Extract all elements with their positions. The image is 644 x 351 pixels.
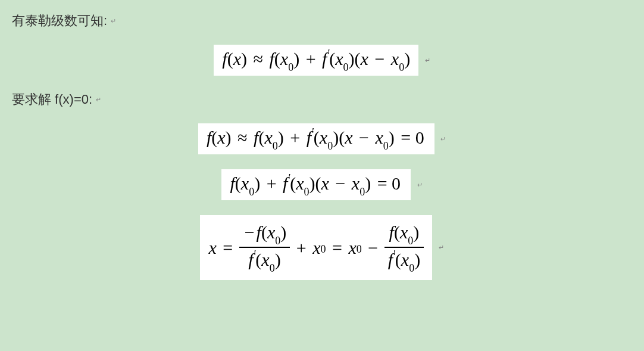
eq4-x0d: x <box>348 238 356 257</box>
eq4-eq2: = <box>330 238 344 257</box>
para-mark-icon-eq2: ↵ <box>440 135 446 143</box>
eq2-sub1: 0 <box>273 140 278 152</box>
eq1-sub3: 0 <box>399 61 404 73</box>
line1-text: 有泰勒级数可知: <box>12 12 107 30</box>
equation-1: f(x) ≈ f(x0) + f'(x0)(x − x0) <box>214 45 418 76</box>
eq3-x0c: x <box>352 173 359 193</box>
eq2-rp2: ) <box>278 128 284 147</box>
eq2-x0b: x <box>320 128 327 147</box>
eq1-rp4: ) <box>404 49 410 69</box>
eq2-prime: ' <box>311 126 314 138</box>
eq1-rp2: ) <box>293 49 299 69</box>
eq4-x0c: x <box>312 238 320 257</box>
equation-row-2: f(x) ≈ f(x0) + f'(x0)(x − x0) = 0 ↵ <box>12 123 632 154</box>
eq4-sub6: 0 <box>409 262 414 274</box>
equation-row-4: x = −f(x0) f'(x0) + x0 = x0 − f(x0) f'(x… <box>12 215 632 280</box>
eq4-x: x <box>208 238 216 257</box>
eq2-minus: − <box>357 128 371 147</box>
eq1-rp3: ) <box>349 49 355 69</box>
eq4-rp3: ) <box>413 222 419 242</box>
eq4-prime2: ' <box>393 249 395 260</box>
eq4-minus: − <box>366 238 380 257</box>
eq3-rp2: ) <box>254 173 260 193</box>
eq2-rp3: ) <box>333 128 339 147</box>
eq1-x0b: x <box>335 49 343 69</box>
eq4-frac2-num: f(x0) <box>384 222 424 248</box>
eq2-rp1: ) <box>226 128 232 147</box>
eq2-x0a: x <box>264 128 272 147</box>
eq1-lp1: ( <box>227 49 233 69</box>
equation-2: f(x) ≈ f(x0) + f'(x0)(x − x0) = 0 <box>198 123 434 154</box>
para-mark-icon-eq1: ↵ <box>425 57 430 64</box>
eq2-lp1: ( <box>211 128 217 147</box>
eq2-sub3: 0 <box>383 140 389 152</box>
equation-3: f(x0) + f'(x0)(x − x0) = 0 <box>221 169 411 200</box>
eq3-minus: − <box>333 173 347 193</box>
eq4-frac1: −f(x0) f'(x0) <box>239 222 290 273</box>
eq2-approx: ≈ <box>236 128 249 147</box>
eq4-lp3: ( <box>394 222 400 242</box>
eq1-x1: x <box>233 49 241 69</box>
eq1-lp2: ( <box>274 49 280 69</box>
eq4-frac2: f(x0) f'(x0) <box>384 222 424 273</box>
eq4-x0e: x <box>400 222 408 242</box>
eq3-eqzero: = 0 <box>376 173 402 193</box>
para-mark-icon: ↵ <box>111 17 116 25</box>
eq1-x0c: x <box>391 49 399 69</box>
eq3-prime: ' <box>287 172 290 184</box>
eq4-lp2: ( <box>255 250 261 269</box>
eq3-sub3: 0 <box>359 186 365 198</box>
eq4-sub4: 0 <box>357 243 362 255</box>
eq2-sub2: 0 <box>327 140 333 152</box>
eq3-x0a: x <box>241 173 249 193</box>
para-mark-icon-eq4: ↵ <box>439 244 444 251</box>
eq1-f: f <box>222 49 227 69</box>
eq4-sub2: 0 <box>270 262 275 274</box>
eq3-rp3: ) <box>310 173 315 193</box>
eq3-lp4: ( <box>315 173 321 193</box>
eq1-minus: − <box>373 49 386 69</box>
eq1-approx: ≈ <box>252 49 265 69</box>
eq4-x0f: x <box>401 250 409 269</box>
eq4-x0b: x <box>261 250 269 269</box>
eq2-lp4: ( <box>339 128 345 147</box>
eq4-f4: f <box>388 250 393 269</box>
eq4-x0a: x <box>267 222 275 242</box>
eq3-x0b: x <box>296 173 304 193</box>
eq3-sub2: 0 <box>304 186 310 198</box>
eq1-prime: ' <box>327 48 329 60</box>
eq2-plus: + <box>288 128 302 147</box>
eq4-plus: + <box>295 238 308 257</box>
eq2-rp4: ) <box>389 128 395 147</box>
eq1-f2: f <box>269 49 274 69</box>
text-line-2: 要求解 f(x)=0: ↵ <box>12 91 632 108</box>
eq4-rp4: ) <box>414 250 420 269</box>
eq2-lp2: ( <box>258 128 264 147</box>
para-mark-icon-2: ↵ <box>96 96 101 104</box>
equation-row-3: f(x0) + f'(x0)(x − x0) = 0 ↵ <box>12 169 632 200</box>
eq1-x3: x <box>361 49 368 69</box>
eq4-prime1: ' <box>254 249 256 260</box>
eq4-frac2-den: f'(x0) <box>384 248 424 273</box>
para-mark-icon-eq3: ↵ <box>417 181 423 189</box>
eq2-lp3: ( <box>314 128 320 147</box>
eq4-f1: f <box>257 222 261 242</box>
eq1-rp1: ) <box>241 49 247 69</box>
eq3-lp2: ( <box>235 173 241 193</box>
eq3-lp3: ( <box>290 173 296 193</box>
eq4-lp1: ( <box>261 222 267 242</box>
text-line-1: 有泰勒级数可知: ↵ <box>12 12 632 30</box>
eq1-plus: + <box>304 49 318 69</box>
eq4-eq1: = <box>221 238 235 257</box>
eq4-neg: − <box>243 222 257 242</box>
eq2-x1: x <box>217 128 225 147</box>
eq3-plus: + <box>265 173 279 193</box>
eq2-f: f <box>207 128 211 147</box>
eq2-x3: x <box>345 128 352 147</box>
eq2-eqzero: = 0 <box>399 128 426 147</box>
eq1-x0a: x <box>280 49 288 69</box>
eq4-f2: f <box>248 250 253 269</box>
eq1-sub1: 0 <box>288 61 293 73</box>
equation-row-1: f(x) ≈ f(x0) + f'(x0)(x − x0) ↵ <box>12 45 632 76</box>
eq4-lp4: ( <box>395 250 401 269</box>
